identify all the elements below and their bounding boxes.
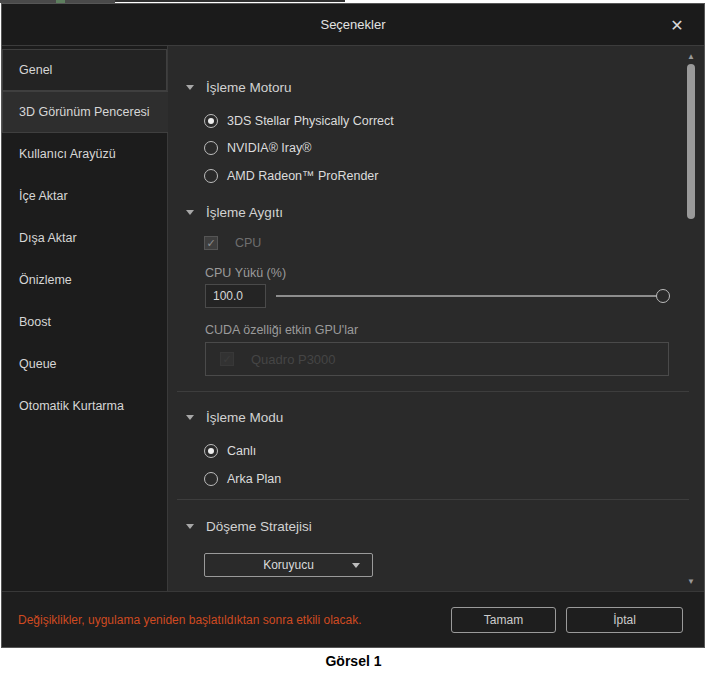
radio-icon (204, 472, 218, 486)
sidebar-item-onizleme[interactable]: Önizleme (2, 259, 167, 301)
section-header-isleme-motoru[interactable]: İşleme Motoru (186, 80, 292, 95)
tiling-strategy-dropdown[interactable]: Koruyucu (204, 553, 373, 577)
divider (177, 499, 689, 500)
ok-button[interactable]: Tamam (451, 607, 556, 633)
screenshot-stage: Seçenekler ✕ Genel 3D Görünüm Penceresi … (0, 0, 707, 681)
section-header-doseme-stratejisi[interactable]: Döşeme Stratejisi (186, 519, 312, 534)
sidebar-item-kullanici-arayuzu[interactable]: Kullanıcı Arayüzü (2, 133, 167, 175)
check-icon: ✓ (220, 352, 234, 366)
radio-icon (204, 114, 218, 128)
collapse-arrow-icon (186, 415, 194, 420)
slider-handle[interactable] (656, 289, 670, 303)
cpu-checkbox-row: ✓ CPU (204, 235, 261, 251)
section-header-isleme-aygiti[interactable]: İşleme Aygıtı (186, 205, 283, 220)
cpu-load-label: CPU Yükü (%) (205, 266, 286, 280)
radio-icon (204, 444, 218, 458)
gpu-name: Quadro P3000 (251, 352, 336, 367)
dialog-footer: Değişiklikler, uygulama yeniden başlatıl… (2, 591, 704, 647)
settings-panel: İşleme Motoru 3DS Stellar Physically Cor… (168, 46, 704, 592)
chevron-down-icon (352, 563, 360, 568)
radio-canli[interactable]: Canlı (204, 442, 256, 460)
radio-icon (204, 169, 218, 183)
dialog-body: Genel 3D Görünüm Penceresi Kullanıcı Ara… (2, 46, 704, 592)
scrollbar-thumb[interactable] (687, 64, 695, 219)
radio-arka-plan[interactable]: Arka Plan (204, 470, 281, 488)
check-icon: ✓ (204, 236, 218, 250)
radio-3ds-stellar[interactable]: 3DS Stellar Physically Correct (204, 112, 394, 130)
sidebar-item-3d-gorunum-penceresi[interactable]: 3D Görünüm Penceresi (2, 91, 169, 133)
scroll-down-icon[interactable]: ▼ (684, 577, 698, 586)
sidebar: Genel 3D Görünüm Penceresi Kullanıcı Ara… (2, 46, 168, 592)
sidebar-item-genel[interactable]: Genel (2, 49, 167, 91)
title-bar: Seçenekler ✕ (2, 4, 704, 46)
divider (177, 391, 689, 392)
dialog-title: Seçenekler (2, 4, 704, 46)
sidebar-item-queue[interactable]: Queue (2, 343, 167, 385)
scroll-up-icon[interactable]: ▲ (684, 52, 698, 61)
radio-amd-prorender[interactable]: AMD Radeon™ ProRender (204, 167, 378, 185)
sidebar-item-disa-aktar[interactable]: Dışa Aktar (2, 217, 167, 259)
cuda-gpus-label: CUDA özelliği etkin GPU'lar (205, 323, 358, 337)
section-title: İşleme Motoru (206, 80, 292, 95)
dropdown-value: Koruyucu (263, 558, 314, 572)
sidebar-item-ice-aktar[interactable]: İçe Aktar (2, 175, 167, 217)
section-title: Döşeme Stratejisi (206, 519, 312, 534)
section-title: İşleme Modu (206, 410, 283, 425)
cuda-gpu-list: ✓ Quadro P3000 (205, 342, 669, 376)
close-icon[interactable]: ✕ (662, 4, 692, 46)
collapse-arrow-icon (186, 210, 194, 215)
collapse-arrow-icon (186, 524, 194, 529)
restart-warning-text: Değişiklikler, uygulama yeniden başlatıl… (18, 613, 451, 627)
cpu-load-slider[interactable] (276, 289, 670, 303)
radio-icon (204, 141, 218, 155)
options-dialog: Seçenekler ✕ Genel 3D Görünüm Penceresi … (1, 3, 705, 648)
cpu-load-input[interactable] (205, 284, 266, 308)
figure-caption: Görsel 1 (0, 653, 707, 669)
sidebar-item-boost[interactable]: Boost (2, 301, 167, 343)
section-title: İşleme Aygıtı (206, 205, 283, 220)
section-header-isleme-modu[interactable]: İşleme Modu (186, 410, 283, 425)
sidebar-item-otomatik-kurtarma[interactable]: Otomatik Kurtarma (2, 385, 167, 427)
cancel-button[interactable]: İptal (566, 607, 683, 633)
collapse-arrow-icon (186, 85, 194, 90)
radio-nvidia-iray[interactable]: NVIDIA® Iray® (204, 139, 311, 157)
slider-track (276, 295, 662, 297)
